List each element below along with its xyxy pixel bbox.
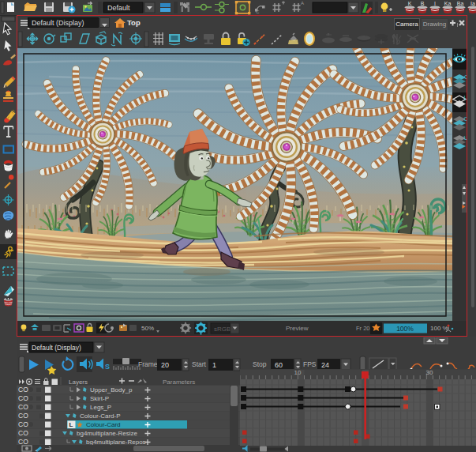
- svg-text:10: 10: [294, 369, 302, 376]
- svg-text:100 %: 100 %: [430, 325, 448, 332]
- svg-text:L: L: [464, 95, 467, 100]
- svg-text:Fr 20: Fr 20: [356, 325, 370, 332]
- svg-text:CO: CO: [18, 412, 28, 420]
- svg-text:Parameters: Parameters: [163, 379, 195, 386]
- svg-text:B: B: [421, 1, 425, 6]
- svg-text:C: C: [464, 116, 467, 122]
- svg-text:Ka: Ka: [444, 1, 452, 6]
- svg-text:Skirt-P: Skirt-P: [90, 395, 109, 402]
- svg-text:CO: CO: [18, 429, 28, 437]
- svg-text:CO: CO: [18, 403, 28, 411]
- svg-text:Ba: Ba: [457, 1, 464, 6]
- svg-text:Ia: Ia: [470, 1, 475, 6]
- svg-text:L: L: [69, 421, 73, 428]
- svg-text:100%: 100%: [396, 325, 414, 333]
- svg-text:Upper_Body_p: Upper_Body_p: [90, 386, 133, 394]
- svg-text:O: O: [464, 74, 467, 80]
- svg-text:C: C: [256, 9, 260, 14]
- svg-text:20: 20: [161, 361, 169, 369]
- svg-text:Default: Default: [107, 4, 130, 12]
- svg-text:Legs_P: Legs_P: [90, 404, 111, 411]
- svg-text:50%: 50%: [141, 325, 154, 332]
- svg-text:Colour-Card: Colour-Card: [86, 421, 121, 428]
- svg-text:K: K: [408, 1, 412, 6]
- svg-text:1: 1: [212, 361, 216, 369]
- svg-text:30: 30: [426, 369, 433, 376]
- svg-text:S: S: [105, 363, 110, 371]
- svg-text:CO: CO: [18, 386, 28, 394]
- svg-text:Layers: Layers: [69, 379, 88, 386]
- svg-text:bg4multiplane-Resize: bg4multiplane-Resize: [77, 430, 137, 437]
- svg-text:Frame: Frame: [138, 360, 158, 368]
- svg-text:sRGB: sRGB: [214, 326, 231, 333]
- svg-text:Preview: Preview: [286, 325, 309, 332]
- svg-text:CO: CO: [18, 394, 28, 402]
- svg-text:U: U: [464, 135, 467, 141]
- svg-text:Colour-Card-P: Colour-Card-P: [80, 412, 121, 420]
- svg-text:I: I: [434, 1, 436, 6]
- svg-text:Start: Start: [192, 360, 207, 368]
- svg-text:Default (Display): Default (Display): [32, 344, 81, 352]
- svg-text:A: A: [301, 1, 304, 6]
- svg-text:CO: CO: [18, 420, 28, 428]
